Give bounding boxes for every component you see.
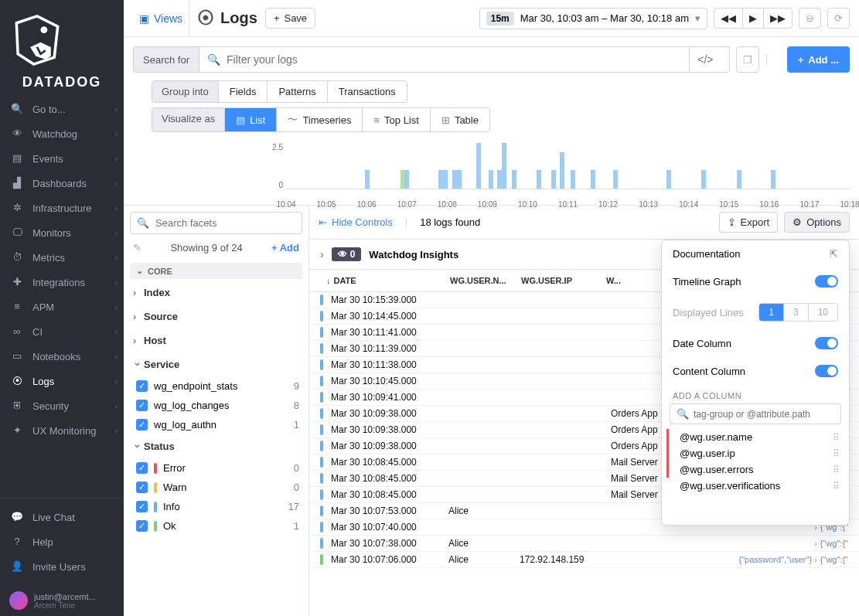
refresh-button[interactable]: ⟳ [827,8,850,29]
checkbox-icon[interactable]: ✓ [136,419,148,431]
drag-handle-icon[interactable]: ⠿ [833,448,838,459]
add-column-search[interactable]: 🔍 [670,403,841,424]
nav-item-ux-monitoring[interactable]: ✦UX Monitoring› [0,418,124,443]
facet-group-status[interactable]: Status [130,434,302,458]
zoom-out-button[interactable]: ⊖ [799,8,821,29]
chart-bar [701,170,706,189]
checkbox-icon[interactable]: ✓ [136,462,148,474]
group-pill-transactions[interactable]: Transactions [328,81,407,102]
nav-item-metrics[interactable]: ⏱Metrics› [0,245,124,270]
views-button[interactable]: ▣ Views [133,0,189,36]
nav-item-dashboards[interactable]: ▟Dashboards› [0,171,124,196]
facet-item-wg_log_changes[interactable]: ✓wg_log_changes8 [130,396,302,415]
add-column-input[interactable] [694,409,834,420]
nav-item-infrastructure[interactable]: ✲Infrastructure› [0,196,124,220]
code-toggle-icon[interactable]: </> [689,47,721,72]
viz-pill-top-list[interactable]: ≡Top List [363,108,430,131]
timeline-toggle[interactable] [815,275,838,288]
checkbox-icon[interactable]: ✓ [136,501,148,512]
content-col-toggle[interactable] [815,365,838,377]
nav-item-invite-users[interactable]: 👤Invite Users [0,554,124,579]
facet-group-index[interactable]: Index [130,281,302,305]
column--wg-user-ip[interactable]: @wg.user.ip⠿ [666,445,849,461]
time-range-picker[interactable]: 15m Mar 30, 10:03 am – Mar 30, 10:18 am … [479,8,707,29]
core-section[interactable]: ⌄ CORE [130,263,302,279]
lines-3[interactable]: 3 [784,304,809,321]
column--wg-user-verifications[interactable]: @wg.user.verifications⠿ [666,478,849,494]
drag-handle-icon[interactable]: ⠿ [833,432,838,443]
facet-group-source[interactable]: Source [130,305,302,328]
play-button[interactable]: ▶ [742,8,764,29]
checkbox-icon[interactable]: ✓ [136,520,148,532]
nav-item-watchdog[interactable]: 👁Watchdog› [0,121,124,146]
chevron-right-icon: › [115,352,118,361]
add-button[interactable]: + Add ... [787,46,850,73]
chart-bar [737,170,741,189]
nav-item-security[interactable]: ⛨Security› [0,393,124,418]
search-input[interactable] [220,47,689,72]
y-axis: 2.5 0 [263,143,286,189]
add-facet-button[interactable]: + Add [271,242,299,254]
group-pill-patterns[interactable]: Patterns [268,81,327,102]
rewind-button[interactable]: ◀◀ [714,8,743,29]
logo-block: DATADOG [0,0,124,97]
export-button[interactable]: ⇪ Export [719,212,779,233]
nav-item-live-chat[interactable]: 💬Live Chat [0,505,124,529]
opt-documentation[interactable]: Documentation ⇱ [662,240,849,267]
search-icon: 🔍 [677,408,689,420]
facet-item-wg_log_authn[interactable]: ✓wg_log_authn1 [130,415,302,434]
pencil-icon[interactable]: ✎ [133,242,141,254]
checkbox-icon[interactable]: ✓ [136,400,148,411]
status-color-icon [320,327,323,338]
copy-button[interactable]: ❐ [736,46,759,73]
viz-pill-list[interactable]: ▤List [225,108,277,131]
nav-item-help[interactable]: ?Help [0,529,124,554]
column--wg-user-name[interactable]: @wg.user.name⠿ [666,429,849,445]
column--wg-user-errors[interactable]: @wg.user.errors⠿ [666,461,849,478]
facet-item-ok[interactable]: ✓Ok1 [130,516,302,536]
nav-item-logs[interactable]: ⦿Logs› [0,369,124,393]
facet-item-info[interactable]: ✓Info17 [130,497,302,516]
table-row[interactable]: Mar 30 10:07:06.000Alice172.92.148.159{"… [309,552,859,568]
checkbox-icon[interactable]: ✓ [136,380,148,392]
drag-handle-icon[interactable]: ⠿ [833,465,838,475]
col-date[interactable]: ↓DATE [320,276,444,285]
checkbox-icon[interactable]: ✓ [136,482,148,493]
timeline-chart[interactable]: 2.5 0 10:0410:0510:0610:0710:0810:0910:1… [263,143,850,199]
col-userip[interactable]: WG.USER.IP [515,276,600,285]
invite-icon: 👤 [9,560,25,573]
nav-item-apm[interactable]: ≡APM› [0,294,124,319]
lines-10[interactable]: 10 [809,304,837,321]
chevron-right-icon: › [115,427,118,435]
options-button[interactable]: ⚙ Options [784,212,850,233]
lines-1[interactable]: 1 [759,304,784,321]
nav-item-monitors[interactable]: 🖵Monitors› [0,220,124,245]
viz-pill-table[interactable]: ⊞Table [431,108,489,131]
search-field[interactable]: 🔍 </> [199,46,730,73]
facet-group-host[interactable]: Host [130,328,302,352]
nav-item-events[interactable]: ▤Events› [0,146,124,171]
forward-button[interactable]: ▶▶ [763,8,793,29]
col-username[interactable]: WG.USER.N... [444,276,515,285]
opt-displayed-lines: Displayed Lines 1 3 10 [662,295,849,329]
facet-item-error[interactable]: ✓Error0 [130,458,302,478]
chevron-right-icon: › [115,402,118,410]
facet-search[interactable]: 🔍 [130,212,302,234]
viz-pill-timeseries[interactable]: 〜Timeseries [277,108,363,131]
facet-item-wg_endpoint_stats[interactable]: ✓wg_endpoint_stats9 [130,376,302,396]
nav-item-notebooks[interactable]: ▭Notebooks› [0,344,124,369]
save-button[interactable]: + Save [265,8,315,29]
date-col-toggle[interactable] [815,337,838,349]
drag-handle-icon[interactable]: ⠿ [833,481,838,492]
nav-item-ci[interactable]: ∞CI› [0,319,124,344]
nav-user[interactable]: justin@arcemt... Arcem Tene [0,585,124,616]
group-pill-fields[interactable]: Fields [219,81,268,102]
nav-item-integrations[interactable]: ✚Integrations› [0,270,124,294]
facet-item-warn[interactable]: ✓Warn0 [130,478,302,497]
facet-search-input[interactable] [155,217,295,229]
table-row[interactable]: Mar 30 10:07:38.000Alice›{"wg":{" [309,536,859,552]
status-color-icon [154,521,157,532]
hide-controls-button[interactable]: ⇤ Hide Controls [319,216,393,228]
facet-group-service[interactable]: Service [130,352,302,376]
nav-item-go-to-[interactable]: 🔍Go to...› [0,97,124,121]
